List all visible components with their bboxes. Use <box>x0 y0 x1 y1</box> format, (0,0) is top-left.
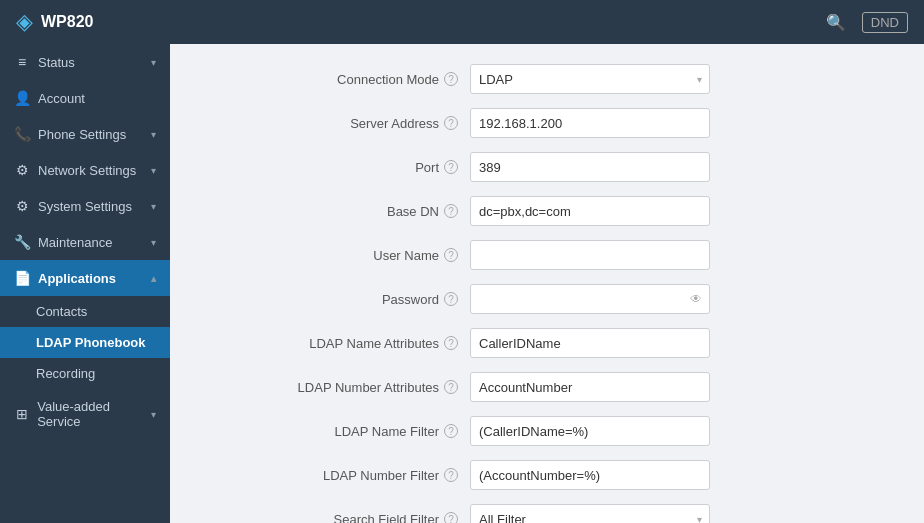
sidebar-item-label: Value-added Service <box>37 399 151 429</box>
help-icon-connection-mode[interactable]: ? <box>444 72 458 86</box>
user-name-input[interactable] <box>470 240 710 270</box>
sidebar-subitem-label: Contacts <box>36 304 87 319</box>
help-icon-ldap-number-filter[interactable]: ? <box>444 468 458 482</box>
account-icon: 👤 <box>14 90 30 106</box>
field-row-password: Password ? 👁 <box>230 284 864 314</box>
sidebar-item-label: Applications <box>38 271 116 286</box>
server-address-input[interactable] <box>470 108 710 138</box>
sidebar-item-label: Account <box>38 91 85 106</box>
help-icon-base-dn[interactable]: ? <box>444 204 458 218</box>
chevron-icon: ▾ <box>151 237 156 248</box>
search-field-filter-select[interactable]: All Filter Name Number <box>470 504 710 523</box>
sidebar-item-maintenance[interactable]: 🔧 Maintenance ▾ <box>0 224 170 260</box>
field-label-ldap-number-attributes: LDAP Number Attributes ? <box>230 380 470 395</box>
field-label-connection-mode: Connection Mode ? <box>230 72 470 87</box>
sidebar-item-network-settings[interactable]: ⚙ Network Settings ▾ <box>0 152 170 188</box>
help-icon-ldap-name-filter[interactable]: ? <box>444 424 458 438</box>
connection-mode-select-wrap: LDAP LDAPS ▾ <box>470 64 710 94</box>
help-icon-port[interactable]: ? <box>444 160 458 174</box>
sidebar-item-applications[interactable]: 📄 Applications ▴ <box>0 260 170 296</box>
phone-icon: 📞 <box>14 126 30 142</box>
field-label-base-dn: Base DN ? <box>230 204 470 219</box>
sidebar-subitem-contacts[interactable]: Contacts <box>0 296 170 327</box>
maintenance-icon: 🔧 <box>14 234 30 250</box>
sidebar-item-system-settings[interactable]: ⚙ System Settings ▾ <box>0 188 170 224</box>
sidebar-item-label: Status <box>38 55 75 70</box>
sidebar-item-label: System Settings <box>38 199 132 214</box>
chevron-up-icon: ▴ <box>151 273 156 284</box>
app-logo-icon: ◈ <box>16 9 33 35</box>
field-label-user-name: User Name ? <box>230 248 470 263</box>
sidebar-item-phone-settings[interactable]: 📞 Phone Settings ▾ <box>0 116 170 152</box>
ldap-number-attributes-input[interactable] <box>470 372 710 402</box>
sidebar-item-label: Maintenance <box>38 235 112 250</box>
sidebar-subitem-label: LDAP Phonebook <box>36 335 146 350</box>
main-layout: ≡ Status ▾ 👤 Account 📞 Phone Settings ▾ … <box>0 44 924 523</box>
search-field-filter-select-wrap: All Filter Name Number ▾ <box>470 504 710 523</box>
field-row-ldap-name-filter: LDAP Name Filter ? <box>230 416 864 446</box>
password-input[interactable] <box>470 284 710 314</box>
sidebar-item-account[interactable]: 👤 Account <box>0 80 170 116</box>
system-icon: ⚙ <box>14 198 30 214</box>
field-label-server-address: Server Address ? <box>230 116 470 131</box>
field-label-ldap-name-filter: LDAP Name Filter ? <box>230 424 470 439</box>
dnd-button[interactable]: DND <box>862 12 908 33</box>
help-icon-ldap-name-attributes[interactable]: ? <box>444 336 458 350</box>
chevron-icon: ▾ <box>151 165 156 176</box>
status-icon: ≡ <box>14 54 30 70</box>
field-row-search-field-filter: Search Field Filter ? All Filter Name Nu… <box>230 504 864 523</box>
chevron-icon: ▾ <box>151 129 156 140</box>
network-icon: ⚙ <box>14 162 30 178</box>
content-area: Connection Mode ? LDAP LDAPS ▾ Server Ad… <box>170 44 924 523</box>
applications-icon: 📄 <box>14 270 30 286</box>
help-icon-user-name[interactable]: ? <box>444 248 458 262</box>
show-password-icon[interactable]: 👁 <box>690 292 702 306</box>
field-label-ldap-name-attributes: LDAP Name Attributes ? <box>230 336 470 351</box>
topbar-left: ◈ WP820 <box>16 9 93 35</box>
ldap-name-attributes-input[interactable] <box>470 328 710 358</box>
ldap-number-filter-input[interactable] <box>470 460 710 490</box>
app-title: WP820 <box>41 13 93 31</box>
sidebar: ≡ Status ▾ 👤 Account 📞 Phone Settings ▾ … <box>0 44 170 523</box>
field-row-ldap-number-filter: LDAP Number Filter ? <box>230 460 864 490</box>
chevron-icon: ▾ <box>151 409 156 420</box>
field-label-port: Port ? <box>230 160 470 175</box>
field-row-user-name: User Name ? <box>230 240 864 270</box>
port-input[interactable] <box>470 152 710 182</box>
sidebar-subitem-ldap-phonebook[interactable]: LDAP Phonebook <box>0 327 170 358</box>
ldap-name-filter-input[interactable] <box>470 416 710 446</box>
field-row-connection-mode: Connection Mode ? LDAP LDAPS ▾ <box>230 64 864 94</box>
sidebar-item-status[interactable]: ≡ Status ▾ <box>0 44 170 80</box>
password-wrap: 👁 <box>470 284 710 314</box>
field-label-password: Password ? <box>230 292 470 307</box>
sidebar-item-label: Network Settings <box>38 163 136 178</box>
field-label-ldap-number-filter: LDAP Number Filter ? <box>230 468 470 483</box>
search-icon[interactable]: 🔍 <box>826 13 846 32</box>
connection-mode-select[interactable]: LDAP LDAPS <box>470 64 710 94</box>
chevron-icon: ▾ <box>151 201 156 212</box>
sidebar-item-value-added-service[interactable]: ⊞ Value-added Service ▾ <box>0 389 170 439</box>
field-row-ldap-number-attributes: LDAP Number Attributes ? <box>230 372 864 402</box>
sidebar-subitem-label: Recording <box>36 366 95 381</box>
chevron-icon: ▾ <box>151 57 156 68</box>
value-added-icon: ⊞ <box>14 406 29 422</box>
help-icon-server-address[interactable]: ? <box>444 116 458 130</box>
sidebar-subitem-recording[interactable]: Recording <box>0 358 170 389</box>
field-row-port: Port ? <box>230 152 864 182</box>
field-row-ldap-name-attributes: LDAP Name Attributes ? <box>230 328 864 358</box>
field-row-base-dn: Base DN ? <box>230 196 864 226</box>
help-icon-ldap-number-attributes[interactable]: ? <box>444 380 458 394</box>
sidebar-item-label: Phone Settings <box>38 127 126 142</box>
field-row-server-address: Server Address ? <box>230 108 864 138</box>
help-icon-search-field-filter[interactable]: ? <box>444 512 458 523</box>
topbar: ◈ WP820 🔍 DND <box>0 0 924 44</box>
help-icon-password[interactable]: ? <box>444 292 458 306</box>
field-label-search-field-filter: Search Field Filter ? <box>230 512 470 524</box>
topbar-right: 🔍 DND <box>826 12 908 33</box>
base-dn-input[interactable] <box>470 196 710 226</box>
